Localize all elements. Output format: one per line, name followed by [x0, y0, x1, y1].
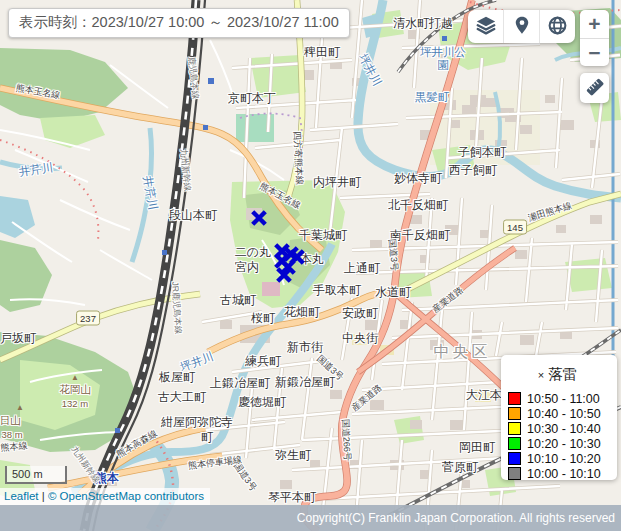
- legend-color-swatch: [508, 407, 521, 420]
- legend-row: 10:20 - 10:30: [508, 437, 617, 450]
- map-label: 清水町打越: [393, 15, 453, 32]
- map-pin-icon: [512, 15, 532, 38]
- lightning-strike-marker: [250, 209, 269, 228]
- map-label: 花岡山: [59, 383, 91, 397]
- map-label: 大江本: [466, 387, 502, 404]
- copyright-bar: Copyright(C) Franklin Japan Corporation.…: [0, 505, 621, 531]
- map-label: ▲: [16, 403, 24, 412]
- map-label: 手取本町: [313, 282, 361, 299]
- map-label: 慶徳堀町: [238, 394, 286, 411]
- map-label: 弥生町: [275, 447, 311, 464]
- route-shield: 237: [76, 311, 100, 326]
- location-button[interactable]: [503, 10, 539, 43]
- legend-time-range: 10:40 - 10:50: [527, 407, 601, 421]
- legend-row: 10:30 - 10:40: [508, 422, 617, 435]
- map-label: 中央区: [434, 342, 491, 363]
- map-label: 上通町: [344, 260, 380, 277]
- map-label: 黒髪町: [415, 90, 450, 105]
- map-application: 京町本丁稗田町清水町打越子飼本町西子飼町妙体寺町北千反畑町南千反畑町内坪井町段山…: [0, 0, 621, 531]
- measure-button[interactable]: [580, 73, 609, 103]
- layers-icon: [475, 14, 497, 39]
- map-label: 妙体寺町: [394, 170, 442, 187]
- legend-color-swatch: [508, 437, 521, 450]
- map-label: 上鍛冶屋町: [210, 375, 270, 392]
- map-label: 安政町: [342, 305, 378, 322]
- map-label: 北千反畑町: [388, 197, 448, 214]
- map-label: 西子飼町: [449, 162, 497, 179]
- ruler-icon: [584, 76, 606, 101]
- map-label: 中央街: [342, 330, 378, 347]
- legend-color-swatch: [508, 392, 521, 405]
- map-label: 熊本線: [0, 439, 28, 454]
- globe-button[interactable]: [539, 10, 575, 43]
- map-label: 古城町: [220, 292, 256, 309]
- map-label: 京町本丁: [228, 90, 276, 107]
- map-label: 段山本町: [169, 207, 217, 224]
- map-label: 菅原町: [442, 459, 478, 476]
- map-label: 日山: [0, 414, 21, 428]
- map-tools-toolbar: [468, 10, 575, 43]
- map-label: ▲: [71, 373, 79, 382]
- legend-time-range: 10:20 - 10:30: [527, 437, 601, 451]
- map-label: 新鍛冶屋町: [275, 374, 335, 391]
- map-label: 38 m: [1, 429, 22, 440]
- legend-title: ×落雷: [508, 365, 607, 384]
- scale-bar: 500 m: [5, 466, 67, 484]
- legend-color-swatch: [508, 452, 521, 465]
- legend-color-swatch: [508, 467, 521, 480]
- route-shield: 145: [503, 220, 527, 235]
- legend-row: 10:10 - 10:20: [508, 452, 617, 465]
- map-label: 四方寄熊本線: [290, 131, 306, 186]
- map-label: 岡田町: [459, 439, 495, 456]
- globe-icon: [547, 15, 568, 39]
- legend-row: 10:40 - 10:50: [508, 407, 617, 420]
- layers-button[interactable]: [468, 10, 503, 43]
- map-label: 練兵町: [245, 353, 281, 370]
- legend-time-range: 10:30 - 10:40: [527, 422, 601, 436]
- map-label: 132 m: [62, 398, 88, 409]
- legend-row: 10:50 - 11:00: [508, 392, 617, 405]
- map-label: 千葉城町: [299, 227, 347, 244]
- map-label: 宮内: [235, 259, 259, 276]
- map-label: 園: [437, 58, 449, 73]
- time-display: 表示時刻：2023/10/27 10:00 ～ 2023/10/27 11:00: [8, 8, 350, 38]
- osm-link[interactable]: © OpenStreetMap contributors: [48, 490, 204, 502]
- lightning-legend: ×落雷 10:50 - 11:0010:40 - 10:5010:30 - 10…: [501, 355, 617, 480]
- legend-items: 10:50 - 11:0010:40 - 10:5010:30 - 10:401…: [508, 392, 617, 480]
- map-label: 内坪井町: [313, 174, 361, 191]
- map-label: 花畑町: [284, 304, 320, 321]
- attribution-separator: |: [39, 490, 48, 502]
- map-label: 国道3号: [385, 238, 401, 271]
- legend-time-range: 10:10 - 10:20: [527, 452, 601, 466]
- zoom-out-button[interactable]: −: [580, 38, 609, 66]
- map-label: 紺屋阿弥陀寺: [161, 414, 233, 431]
- map-label: 桜町: [251, 310, 275, 327]
- map-label: 新市街: [287, 339, 323, 356]
- zoom-control: + −: [580, 10, 609, 66]
- map-label: 稗田町: [304, 44, 340, 61]
- map-label: 古大工町: [158, 389, 206, 406]
- zoom-in-button[interactable]: +: [580, 10, 609, 38]
- legend-color-swatch: [508, 422, 521, 435]
- leaflet-link[interactable]: Leaflet: [4, 490, 39, 502]
- map-label: 琴平本町: [268, 489, 316, 506]
- map-label: 子飼本町: [458, 144, 506, 161]
- legend-row: 10:00 - 10:10: [508, 467, 617, 480]
- lightning-marker-symbol: ×: [538, 369, 544, 381]
- map-label: 戸坂町: [0, 330, 36, 347]
- map-label: 国道266号: [338, 419, 353, 462]
- attribution: Leaflet | © OpenStreetMap contributors: [0, 488, 210, 505]
- legend-time-range: 10:00 - 10:10: [527, 467, 601, 481]
- lightning-strike-marker: [275, 266, 294, 285]
- map-label: 南千反畑町: [390, 227, 450, 244]
- map-label: 水道町: [375, 284, 411, 301]
- legend-time-range: 10:50 - 11:00: [527, 392, 600, 406]
- map-label: 町: [201, 429, 213, 446]
